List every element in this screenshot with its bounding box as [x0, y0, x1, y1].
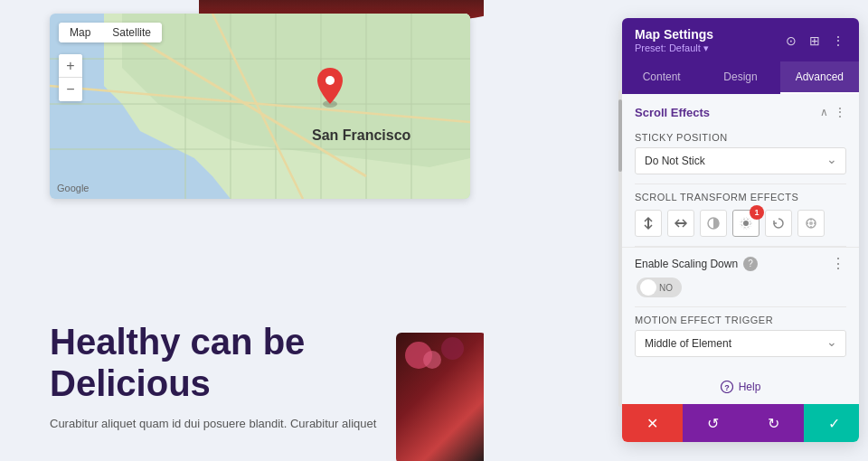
scaling-help-icon[interactable]: ? [743, 257, 758, 271]
body-text: Curabitur aliquet quam id dui posuere bl… [50, 415, 376, 434]
undo-button[interactable]: ↺ [683, 404, 743, 442]
vertical-scroll-icon[interactable] [635, 210, 662, 237]
zoom-out-button[interactable]: − [59, 78, 82, 101]
scaling-header: Enable Scaling Down ? ⋮ [635, 255, 846, 272]
motion-trigger-label: Motion Effect Trigger [635, 315, 846, 325]
collapse-icon[interactable]: ∧ [820, 106, 828, 118]
scroll-effects-header: Scroll Effects ∧ ⋮ [622, 94, 859, 127]
scaling-section: Enable Scaling Down ? ⋮ NO [622, 247, 859, 306]
zoom-in-button[interactable]: + [59, 54, 82, 78]
trigger-section: Motion Effect Trigger Middle of Element … [622, 307, 859, 370]
map-tab-map[interactable]: Map [59, 23, 101, 42]
help-row[interactable]: ? Help [622, 370, 859, 404]
svg-text:San Francisco: San Francisco [312, 127, 411, 143]
action-bar: ✕ ↺ ↻ ✓ [622, 404, 859, 442]
map-tabs[interactable]: Map Satellite [59, 23, 162, 42]
redo-button[interactable]: ↻ [743, 404, 804, 442]
svg-text:?: ? [724, 383, 730, 392]
rotate-icon[interactable] [765, 210, 792, 237]
scroll-effects-title: Scroll Effects [635, 106, 710, 119]
scaling-toggle[interactable]: NO [637, 278, 682, 297]
panel-header-left: Map Settings Preset: Default ▾ [635, 27, 713, 54]
panel-body: Scroll Effects ∧ ⋮ Sticky Position Do No… [622, 94, 859, 404]
scaling-more-icon[interactable]: ⋮ [831, 255, 846, 272]
transform-icons-row: 1 [635, 210, 846, 237]
transform-label: Scroll Transform Effects [635, 192, 846, 202]
svg-point-11 [326, 76, 335, 85]
left-content-area: San Francisco Map Satellite + − Google H… [0, 0, 484, 461]
tab-advanced[interactable]: Advanced [780, 61, 859, 94]
toggle-circle [640, 279, 656, 296]
transform-section: Scroll Transform Effects 1 [622, 184, 859, 246]
blur-icon[interactable]: 1 [732, 210, 760, 237]
toggle-label: NO [659, 283, 673, 293]
tab-content[interactable]: Content [622, 61, 701, 94]
layout-icon[interactable]: ⊞ [807, 33, 823, 49]
sticky-position-select[interactable]: Do Not Stick Top of Page Bottom of Page [635, 147, 846, 174]
panel-header-icons: ⊙ ⊞ ⋮ [783, 33, 846, 49]
opacity-icon[interactable] [700, 210, 727, 237]
more-options-icon[interactable]: ⋮ [830, 33, 846, 49]
settings-panel: Map Settings Preset: Default ▾ ⊙ ⊞ ⋮ Con… [622, 18, 859, 442]
panel-tabs: Content Design Advanced [622, 61, 859, 94]
page-text-area: Healthy can be Delicious Curabitur aliqu… [50, 321, 376, 434]
sticky-position-field: Sticky Position Do Not Stick Top of Page… [622, 127, 859, 183]
save-button[interactable]: ✓ [804, 404, 859, 442]
headline: Healthy can be Delicious [50, 321, 376, 404]
target-icon[interactable]: ⊙ [783, 33, 799, 49]
panel-title: Map Settings [635, 27, 713, 42]
sticky-position-label: Sticky Position [635, 132, 846, 143]
map-tab-satellite[interactable]: Satellite [101, 23, 162, 42]
cancel-button[interactable]: ✕ [622, 404, 683, 442]
horizontal-scroll-icon[interactable] [667, 210, 694, 237]
svg-point-20 [809, 221, 813, 225]
tab-design[interactable]: Design [701, 61, 779, 94]
blur-badge: 1 [750, 205, 764, 220]
section-header-icons: ∧ ⋮ [820, 105, 846, 119]
panel-scrollbar-track [618, 90, 622, 407]
help-label: Help [739, 381, 761, 393]
panel-preset: Preset: Default ▾ [635, 42, 713, 54]
motion-trigger-select-wrapper: Middle of Element Top of Element Bottom … [635, 330, 846, 357]
map-zoom-controls: + − [59, 54, 82, 101]
svg-point-16 [743, 221, 749, 226]
headline-line2: Delicious [50, 363, 211, 403]
headline-line1: Healthy can be [50, 322, 305, 362]
scaling-title: Enable Scaling Down [635, 258, 738, 270]
sticky-position-select-wrapper: Do Not Stick Top of Page Bottom of Page [635, 147, 846, 174]
panel-scrollbar-thumb[interactable] [618, 99, 622, 172]
color-icon[interactable] [797, 210, 825, 237]
section-more-icon[interactable]: ⋮ [834, 105, 846, 119]
scaling-label-row: Enable Scaling Down ? [635, 257, 758, 271]
food-image [396, 333, 484, 461]
help-icon: ? [721, 381, 733, 393]
map-container: San Francisco Map Satellite + − Google [50, 14, 470, 199]
motion-trigger-select[interactable]: Middle of Element Top of Element Bottom … [635, 330, 846, 357]
google-label: Google [57, 183, 89, 193]
panel-header: Map Settings Preset: Default ▾ ⊙ ⊞ ⋮ [622, 18, 859, 61]
